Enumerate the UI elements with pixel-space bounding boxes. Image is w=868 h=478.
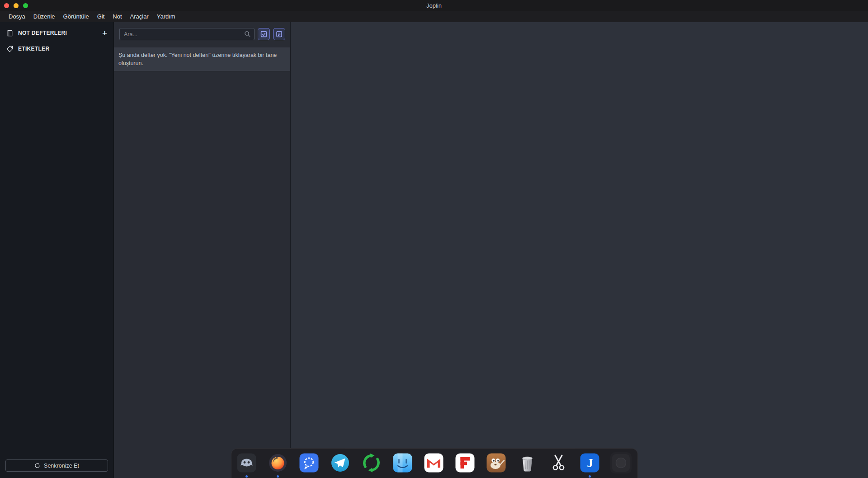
- running-indicator-dot: [245, 475, 248, 478]
- dock-item-gimp[interactable]: [486, 452, 507, 473]
- new-todo-button[interactable]: [258, 28, 270, 40]
- window-title: Joplin: [0, 2, 868, 9]
- dock-item-freefilesync[interactable]: [361, 452, 382, 473]
- menu-item-go[interactable]: Git: [93, 11, 109, 22]
- menu-item-file[interactable]: Dosya: [5, 11, 29, 22]
- title-bar: Joplin: [0, 0, 868, 11]
- new-todo-icon: [260, 31, 267, 37]
- search-icon: [244, 31, 251, 37]
- new-note-button[interactable]: [273, 28, 285, 40]
- flipboard-icon: [454, 452, 476, 473]
- menu-item-help[interactable]: Yardım: [153, 11, 179, 22]
- dock-item-discord[interactable]: [236, 452, 257, 473]
- dock-item-trash[interactable]: [517, 452, 538, 473]
- notebooks-header-label: NOT DEFTERLERI: [18, 30, 97, 36]
- discord-icon: [236, 452, 257, 473]
- gmail-icon: [423, 452, 444, 473]
- editor-pane: [291, 22, 868, 478]
- dock-item-gmail[interactable]: [423, 452, 444, 473]
- new-notebook-button[interactable]: +: [102, 29, 107, 37]
- finder-icon: [392, 452, 413, 473]
- notebook-icon: [6, 30, 13, 37]
- app-window: NOT DEFTERLERI + ETIKETLER Senkronize Et: [0, 22, 868, 478]
- tag-icon: [6, 46, 13, 52]
- note-list-panel: Şu anda defter yok. "Yeni not defteri" ü…: [113, 22, 291, 478]
- tags-header-label: ETIKETLER: [18, 46, 107, 52]
- synchronize-button[interactable]: Senkronize Et: [5, 459, 108, 472]
- sidebar-item-tags[interactable]: ETIKETLER: [6, 43, 107, 55]
- menu-bar: Dosya Düzenle Görüntüle Git Not Araçlar …: [0, 11, 868, 22]
- menu-item-edit[interactable]: Düzenle: [29, 11, 59, 22]
- gimp-icon: [486, 452, 507, 473]
- menu-item-tools[interactable]: Araçlar: [126, 11, 153, 22]
- freefilesync-icon: [361, 452, 382, 473]
- dock-item-scissors[interactable]: [548, 452, 569, 473]
- svg-text:J: J: [587, 456, 593, 470]
- dock-item-firefox[interactable]: [267, 452, 288, 473]
- search-input[interactable]: [119, 28, 255, 40]
- menu-item-note[interactable]: Not: [108, 11, 126, 22]
- new-note-icon: [276, 31, 283, 37]
- dock: J: [231, 448, 638, 478]
- running-indicator-dot: [589, 475, 591, 478]
- dock-item-flipboard[interactable]: [454, 452, 476, 473]
- telegram-icon: [330, 452, 351, 473]
- dock-item-finder[interactable]: [392, 452, 413, 473]
- search-field-wrapper: [119, 28, 255, 40]
- menu-item-view[interactable]: Görüntüle: [59, 11, 93, 22]
- empty-state-message: Şu anda defter yok. "Yeni not defteri" ü…: [114, 47, 290, 71]
- running-indicator-dot: [277, 475, 279, 478]
- dock-item-signal[interactable]: [298, 452, 320, 473]
- sidebar: NOT DEFTERLERI + ETIKETLER Senkronize Et: [0, 22, 113, 478]
- dock-item-joplin[interactable]: J: [579, 452, 600, 473]
- dock-item-placeholder[interactable]: [610, 452, 632, 473]
- sync-icon: [34, 463, 40, 469]
- synchronize-button-label: Senkronize Et: [44, 463, 79, 469]
- scissors-icon: [548, 452, 569, 473]
- sidebar-item-notebooks[interactable]: NOT DEFTERLERI +: [6, 27, 107, 39]
- trash-icon: [517, 452, 538, 473]
- signal-icon: [298, 452, 320, 473]
- firefox-icon: [267, 452, 288, 473]
- joplin-icon: J: [579, 452, 600, 473]
- note-list-controls: [114, 22, 290, 40]
- placeholder-app-icon: [610, 452, 632, 473]
- dock-item-telegram[interactable]: [330, 452, 351, 473]
